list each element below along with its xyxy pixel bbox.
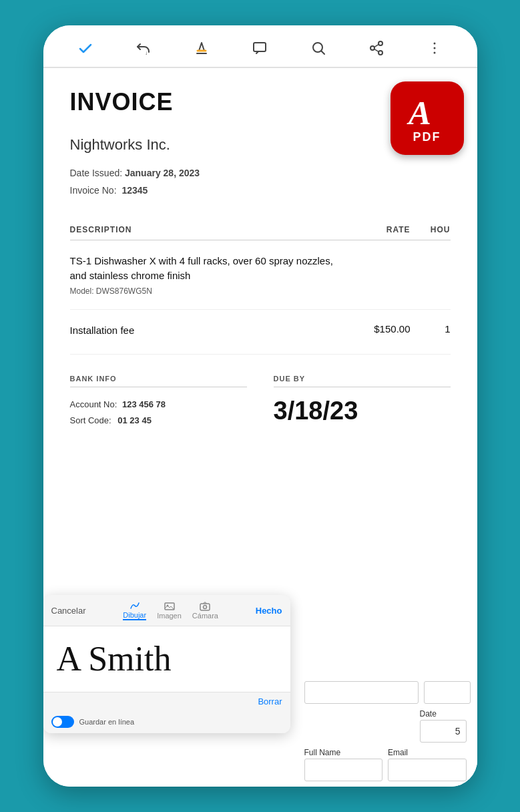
email-input[interactable] xyxy=(388,759,467,781)
toolbar: ↓ xyxy=(43,25,477,67)
sort-label: Sort Code: xyxy=(70,415,111,425)
svg-text:↓: ↓ xyxy=(145,50,148,56)
svg-line-8 xyxy=(374,49,378,51)
bottom-form: Date 5 Full Name Email xyxy=(294,676,477,787)
check-icon[interactable] xyxy=(75,37,96,59)
col-rate-header: RATE xyxy=(344,225,411,234)
row-2-main: Installation fee $150.00 1 xyxy=(70,323,451,341)
invoice-table: DESCRIPTION RATE HOU TS-1 Dishwasher X w… xyxy=(70,225,451,355)
col-hours-header: HOU xyxy=(411,225,451,234)
date-label: Date xyxy=(420,709,467,719)
account-value: 123 456 78 xyxy=(122,399,166,409)
sort-value: 01 23 45 xyxy=(117,415,152,425)
save-toggle[interactable] xyxy=(51,716,74,728)
sig-tab-draw[interactable]: Dibujar xyxy=(123,600,146,620)
sig-done-button[interactable]: Hecho xyxy=(256,606,282,616)
sig-tab-camera[interactable]: Cámara xyxy=(192,601,218,620)
account-row: Account No: 123 456 78 xyxy=(70,397,247,412)
svg-point-11 xyxy=(433,52,435,54)
save-label: Guardar en línea xyxy=(79,718,135,726)
item-2-rate: $150.00 xyxy=(344,323,411,335)
svg-rect-15 xyxy=(200,604,210,610)
col-description-header: DESCRIPTION xyxy=(70,225,344,234)
svg-text:A: A xyxy=(407,94,431,132)
svg-point-4 xyxy=(378,41,382,45)
sig-tab-image[interactable]: Imagen xyxy=(157,601,182,620)
sig-clear-button[interactable]: Borrar xyxy=(258,696,282,706)
table-row: TS-1 Dishwasher X with 4 full racks, ove… xyxy=(70,240,451,310)
signature-field-input[interactable] xyxy=(304,681,419,704)
bank-info-label: BANK INFO xyxy=(70,375,247,387)
signature-toolbar: Cancelar Dibujar Image xyxy=(43,595,290,626)
form-row-1 xyxy=(304,681,467,704)
due-info: DUE BY 3/18/23 xyxy=(274,375,451,428)
full-name-input[interactable] xyxy=(304,759,383,781)
search-icon[interactable] xyxy=(308,37,329,59)
svg-point-9 xyxy=(433,43,435,45)
highlight-icon[interactable] xyxy=(191,37,212,59)
signature-area[interactable]: A Smith xyxy=(43,626,290,692)
pdf-label: PDF xyxy=(413,130,441,144)
sig-clear-row: Borrar xyxy=(43,692,290,710)
item-1-model: Model: DWS876WG5N xyxy=(70,286,344,296)
invoice-no-label: Invoice No: xyxy=(70,185,117,196)
item-1-title: TS-1 Dishwasher X with 4 full racks, ove… xyxy=(70,254,344,284)
date-field-group: Date 5 xyxy=(420,709,467,743)
table-row: Installation fee $150.00 1 xyxy=(70,310,451,355)
full-name-label: Full Name xyxy=(304,748,383,757)
date-value: 5 xyxy=(455,726,461,737)
signature-text: A Smith xyxy=(57,642,172,676)
bank-section: BANK INFO Account No: 123 456 78 Sort Co… xyxy=(70,375,451,428)
row-1-main: TS-1 Dishwasher X with 4 full racks, ove… xyxy=(70,254,451,296)
adobe-pdf-badge: A PDF xyxy=(391,81,464,155)
date-issued-label: Date Issued: xyxy=(70,168,123,178)
invoice-no-row: Invoice No: 12345 xyxy=(70,183,451,198)
svg-line-7 xyxy=(374,44,378,47)
item-2-title: Installation fee xyxy=(70,323,344,339)
svg-rect-1 xyxy=(254,43,266,51)
account-label: Account No: xyxy=(70,399,117,409)
item-1-desc: TS-1 Dishwasher X with 4 full racks, ove… xyxy=(70,254,344,296)
svg-point-10 xyxy=(433,47,435,49)
document-content: A PDF INVOICE Nightworks Inc. Date Issue… xyxy=(43,68,477,787)
comment-icon[interactable] xyxy=(249,37,270,59)
svg-point-16 xyxy=(204,606,207,609)
svg-point-6 xyxy=(378,51,382,55)
table-header: DESCRIPTION RATE HOU xyxy=(70,225,451,240)
bank-info: BANK INFO Account No: 123 456 78 Sort Co… xyxy=(70,375,247,428)
more-icon[interactable] xyxy=(424,37,445,59)
phone-frame: ↓ xyxy=(43,25,477,787)
email-label: Email xyxy=(388,748,467,757)
due-by-label: DUE BY xyxy=(274,375,451,387)
svg-point-5 xyxy=(370,46,374,50)
item-2-hours: 1 xyxy=(411,323,451,335)
signature-panel: Cancelar Dibujar Image xyxy=(43,595,290,733)
form-row-date: Date 5 xyxy=(304,709,467,743)
invoice-no-value: 12345 xyxy=(121,185,148,196)
share-icon[interactable] xyxy=(366,37,387,59)
undo-icon[interactable]: ↓ xyxy=(133,37,154,59)
svg-line-3 xyxy=(321,51,324,55)
signature-tabs: Dibujar Imagen xyxy=(123,600,218,620)
due-date: 3/18/23 xyxy=(274,397,451,425)
sort-row: Sort Code: 01 23 45 xyxy=(70,413,247,428)
item-2-desc: Installation fee xyxy=(70,323,344,341)
invoice-date-row: Date Issued: January 28, 2023 xyxy=(70,166,451,180)
extra-field-input[interactable] xyxy=(424,681,471,704)
sig-cancel-button[interactable]: Cancelar xyxy=(51,606,86,616)
form-row-names: Full Name Email xyxy=(304,748,467,781)
email-group: Email xyxy=(388,748,467,781)
date-issued-value: January 28, 2023 xyxy=(125,168,200,178)
full-name-group: Full Name xyxy=(304,748,383,781)
